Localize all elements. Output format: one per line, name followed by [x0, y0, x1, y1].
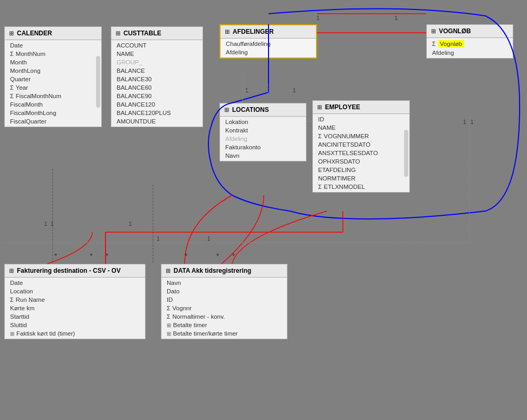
field-balance120: BALANCE120 — [111, 100, 203, 109]
field-location: Location — [5, 287, 145, 295]
calender-table: ⊞ CALENDER Date ΣMonthNum Month MonthLon… — [4, 26, 102, 127]
red-lower-1 — [47, 232, 92, 264]
field-navn-loc: Navn — [220, 151, 306, 160]
field-name: NAME — [111, 50, 203, 58]
field-balance60: BALANCE60 — [111, 83, 203, 92]
label-1-i: 1 — [207, 236, 210, 242]
label-1-h: 1 — [157, 236, 160, 242]
vognlob-table: ⊞ VOGNLØB Σ Vognløb Afdeling — [426, 24, 513, 59]
field-id: ID — [313, 115, 402, 123]
data-akk-table: ⊞ DATA Akk tidsregistrering Navn Dato ID… — [161, 264, 288, 339]
field-normtimer: NORMTIMER — [313, 174, 402, 183]
rel-dashed-2 — [317, 84, 327, 100]
calender-header: ⊞ CALENDER — [5, 27, 101, 40]
custtable-table: ⊞ CUSTTABLE ACCOUNT NAME GROUP_ BALANCE … — [111, 26, 203, 127]
scrollbar-emp[interactable] — [404, 130, 408, 177]
employee-table: ⊞ EMPLOYEE ID NAME ΣVOGNNUMMER ANCINITET… — [312, 100, 410, 193]
field-balance90: BALANCE90 — [111, 92, 203, 100]
table-icon: ⊞ — [225, 28, 229, 35]
field-name-emp: NAME — [313, 123, 402, 132]
fakturering-fields: Date Location ΣRun Name Kørte km Startti… — [5, 278, 145, 339]
label-1-g: 1 — [317, 15, 320, 21]
calender-fields: Date ΣMonthNum Month MonthLong Quarter Σ… — [5, 40, 101, 127]
field-betalte-korte: ⊞Betalte timer/kørte timer — [161, 329, 287, 338]
field-kontrakt: Kontrakt — [220, 126, 306, 135]
custtable-fields: ACCOUNT NAME GROUP_ BALANCE BALANCE30 BA… — [111, 40, 203, 127]
locations-header: ⊞ LOCATIONS — [220, 103, 306, 117]
calender-title: CALENDER — [17, 30, 52, 37]
data-akk-title: DATA Akk tidsregistrering — [174, 267, 251, 274]
table-icon: ⊞ — [9, 268, 14, 274]
field-afdeling-loc: Afdeling — [220, 135, 306, 143]
label-1-f: 1 — [395, 15, 398, 21]
field-fiscalquarter: FiscalQuarter — [5, 117, 94, 126]
field-etlxnmodel: ΣETLXNMODEL — [313, 183, 402, 191]
field-ophxrsdato: OPHXRSDATO — [313, 157, 402, 166]
field-quarter: Quarter — [5, 75, 94, 83]
field-afdeling: Afdeling — [221, 48, 316, 56]
label-1-k: 1 — [471, 119, 474, 125]
field-balance120plus: BALANCE120PLUS — [111, 109, 203, 117]
field-normaltimer: ΣNormaltimer - konv. — [161, 312, 287, 321]
scrollbar[interactable] — [96, 56, 100, 108]
field-vognnummer: ΣVOGNNUMMER — [313, 132, 402, 140]
field-navn: Navn — [161, 279, 287, 287]
fakturering-table: ⊞ Fakturering destination - CSV - OV Dat… — [4, 264, 146, 339]
label-1-c: 1 — [129, 221, 132, 227]
custtable-title: CUSTTABLE — [123, 30, 161, 37]
field-amountdue: AMOUNTDUE — [111, 117, 203, 126]
table-icon: ⊞ — [224, 107, 229, 113]
vognlob-title: VOGNLØB — [439, 27, 471, 35]
field-runname: ΣRun Name — [5, 295, 145, 304]
afdelinger-header: ⊞ AFDELINGER — [221, 25, 316, 39]
table-icon: ⊞ — [317, 104, 322, 111]
field-fakturakonto: Fakturakonto — [220, 143, 306, 151]
data-akk-fields: Navn Dato ID ΣVognnr ΣNormaltimer - konv… — [161, 278, 287, 339]
field-ansxttelsesdato: ANSXTTELSESDATO — [313, 149, 402, 157]
field-fiscalmonthnum: ΣFiscalMonthNum — [5, 92, 94, 100]
table-icon: ⊞ — [9, 30, 14, 37]
afdelinger-table: ⊞ AFDELINGER Chaufførafdeling Afdeling — [219, 24, 317, 59]
label-1-d: 1 — [245, 88, 248, 93]
field-id-akk: ID — [161, 295, 287, 304]
field-balance30: BALANCE30 — [111, 75, 203, 83]
field-year: ΣYear — [5, 83, 94, 92]
table-icon: ⊞ — [116, 30, 120, 37]
field-chaufforafdeling: Chaufførafdeling — [221, 40, 316, 48]
employee-fields: ID NAME ΣVOGNNUMMER ANCINITETSDATO ANSXT… — [313, 114, 409, 192]
field-account: ACCOUNT — [111, 41, 203, 50]
red-lower-4 — [222, 195, 264, 264]
field-afdeling-vognlob: Afdeling — [427, 49, 513, 57]
field-monthlong: MonthLong — [5, 66, 94, 75]
field-sluttid: Sluttid — [5, 321, 145, 329]
vognlob-header: ⊞ VOGNLØB — [427, 25, 513, 38]
star-5: * — [216, 252, 219, 260]
emp-fak-red — [106, 211, 343, 264]
field-betalte-timer: ⊞Betalte timer — [161, 321, 287, 329]
field-starttid: Starttid — [5, 312, 145, 321]
fakturering-header: ⊞ Fakturering destination - CSV - OV — [5, 264, 145, 278]
afdelinger-title: AFDELINGER — [233, 28, 274, 35]
field-dato: Dato — [161, 287, 287, 295]
field-vognnr: ΣVognnr — [161, 304, 287, 312]
data-akk-header: ⊞ DATA Akk tidsregistrering — [161, 264, 287, 278]
label-1-a: 1 — [44, 221, 47, 227]
locations-title: LOCATIONS — [232, 106, 269, 113]
field-monthnum: ΣMonthNum — [5, 50, 94, 58]
star-1: * — [54, 252, 58, 260]
label-1-j: 1 — [463, 119, 466, 125]
star-4: * — [185, 252, 188, 260]
red-lower-5 — [232, 211, 327, 264]
field-month: Month — [5, 58, 94, 66]
custtable-header: ⊞ CUSTTABLE — [111, 27, 203, 40]
field-faktisk: ⊞Faktisk kørt tid (timer) — [5, 329, 145, 338]
label-1-b: 1 — [51, 221, 54, 227]
field-ancinitetsdato: ANCINITETSDATO — [313, 140, 402, 149]
vognlob-fields: Σ Vognløb Afdeling — [427, 38, 513, 58]
table-icon: ⊞ — [431, 28, 436, 35]
table-icon: ⊞ — [166, 268, 170, 274]
field-group: GROUP_ — [111, 58, 203, 66]
field-kortekm: Kørte km — [5, 304, 145, 312]
red-lower-3 — [185, 195, 232, 264]
field-balance: BALANCE — [111, 66, 203, 75]
